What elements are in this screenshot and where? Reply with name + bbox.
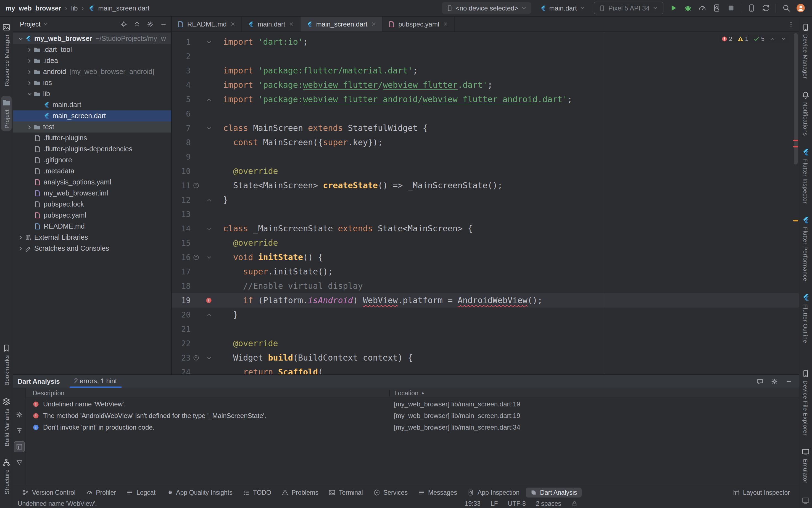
error-gutter-icon[interactable]	[205, 297, 212, 304]
tree-item-my-web-browser-iml[interactable]: my_web_browser.iml	[13, 188, 171, 199]
window-corner-button[interactable]	[802, 496, 810, 505]
file-encoding[interactable]: UTF-8	[508, 500, 526, 507]
tool-button-flutter-inspector[interactable]: Flutter Inspector	[800, 146, 811, 206]
breadcrumb-item-lib[interactable]: lib	[71, 4, 78, 12]
fold-region-icon[interactable]	[206, 39, 212, 45]
overrides-method-icon[interactable]	[193, 182, 199, 189]
tab-options-button[interactable]	[783, 16, 799, 32]
editor-line[interactable]: 15 @override	[172, 236, 799, 250]
tree-item-my-web-browser[interactable]: my_web_browser~/StudioProjects/my_w	[13, 33, 171, 44]
editor-line[interactable]: 5import 'package:webview_flutter_android…	[172, 92, 799, 107]
next-problem-icon[interactable]	[780, 36, 786, 42]
chevron-down-icon[interactable]	[27, 91, 33, 97]
run-button[interactable]	[667, 2, 680, 14]
chevron-right-icon[interactable]	[27, 124, 33, 130]
device-selector[interactable]: <no device selected>	[442, 2, 532, 14]
fold-region-icon[interactable]	[206, 96, 212, 102]
tree-item-test[interactable]: test	[13, 122, 171, 132]
stop-button[interactable]	[725, 2, 737, 14]
comment-icon[interactable]	[757, 378, 763, 385]
editor-line[interactable]: 16 void initState() {	[172, 250, 799, 264]
tool-button-flutter-performance[interactable]: Flutter Performance	[800, 213, 811, 283]
editor-line[interactable]: 2	[172, 49, 799, 64]
editor-line[interactable]: 20 }	[172, 307, 799, 322]
error-stripe-mark[interactable]	[793, 146, 798, 147]
chevron-right-icon[interactable]	[18, 246, 24, 252]
breadcrumb-item-main-screen-dart[interactable]: main_screen.dart	[98, 4, 149, 12]
tree-item-external-libraries[interactable]: External Libraries	[13, 232, 171, 243]
passed-count[interactable]: 5	[754, 35, 765, 42]
editor-line[interactable]: 12}	[172, 193, 799, 207]
tool-button-notifications[interactable]: Notifications	[800, 89, 811, 138]
tree-item-ios[interactable]: ios	[13, 77, 171, 88]
tree-item--flutter-plugins-dependencies[interactable]: .flutter-plugins-dependencies	[13, 143, 171, 155]
tree-item-main-screen-dart[interactable]: main_screen.dart	[13, 111, 171, 122]
code-editor[interactable]: 1import 'dart:io';23import 'package:flut…	[172, 32, 799, 374]
editor-line[interactable]: 17 super.initState();	[172, 264, 799, 279]
analysis-tab[interactable]: 2 errors, 1 hint	[70, 375, 122, 388]
close-tab-icon[interactable]	[371, 21, 377, 27]
tool-window-button-logcat[interactable]: Logcat	[122, 487, 160, 497]
close-tab-icon[interactable]	[442, 21, 449, 27]
location-column-header[interactable]: Location ▲	[390, 389, 799, 396]
tool-window-button-services[interactable]: Services	[369, 487, 412, 497]
lock-icon[interactable]	[571, 500, 578, 507]
error-stripe-mark[interactable]	[793, 140, 798, 141]
debug-button[interactable]	[682, 2, 694, 14]
tool-button-resource-manager[interactable]: Resource Manager	[1, 21, 12, 88]
tool-window-button-layout-inspector[interactable]: Layout Inspector	[729, 487, 794, 497]
tree-item-lib[interactable]: lib	[13, 88, 171, 99]
device-mirroring-button[interactable]	[745, 2, 757, 14]
tool-window-button-profiler[interactable]: Profiler	[81, 487, 120, 497]
tool-button-emulator[interactable]: Emulator	[800, 445, 811, 485]
profile-button[interactable]	[794, 2, 807, 14]
tool-window-button-terminal[interactable]: Terminal	[325, 487, 367, 497]
fold-region-icon[interactable]	[206, 355, 212, 361]
tree-item-pubspec-yaml[interactable]: pubspec.yaml	[13, 210, 171, 221]
warning-count[interactable]: 1	[737, 35, 748, 42]
tool-window-button-messages[interactable]: Messages	[414, 487, 461, 497]
hide-panel-button[interactable]	[160, 21, 167, 27]
editor-line[interactable]: 1import 'dart:io';	[172, 35, 799, 49]
indent-setting[interactable]: 2 spaces	[536, 500, 561, 507]
tool-button-bookmarks[interactable]: Bookmarks	[1, 342, 12, 388]
close-tab-icon[interactable]	[289, 21, 295, 27]
tool-button-structure[interactable]: Structure	[1, 456, 12, 497]
warning-stripe-mark[interactable]	[793, 220, 798, 221]
analysis-view-button[interactable]	[14, 442, 24, 452]
tab-pubspec-yaml[interactable]: pubspec.yaml	[383, 16, 455, 32]
tool-window-button-todo[interactable]: TODO	[239, 487, 276, 497]
run-config-selector[interactable]: main.dart	[535, 2, 590, 14]
editor-line[interactable]: 18 //Enable virtual display	[172, 279, 799, 293]
tree-item--metadata[interactable]: .metadata	[13, 166, 171, 177]
editor-line[interactable]: 8 const MainScreen({super.key});	[172, 135, 799, 150]
editor-line[interactable]: 19 if (Platform.isAndroid) WebView.platf…	[172, 293, 799, 307]
editor-line[interactable]: 11 State<MainScreen> createState() => _M…	[172, 178, 799, 193]
fold-region-icon[interactable]	[206, 312, 212, 318]
editor-line[interactable]: 13	[172, 207, 799, 221]
tree-item--dart-tool[interactable]: .dart_tool	[13, 44, 171, 55]
search-everywhere-button[interactable]	[780, 2, 792, 14]
tree-item-scratches-and-consoles[interactable]: Scratches and Consoles	[13, 243, 171, 254]
profiler-button[interactable]	[696, 2, 708, 14]
editor-line[interactable]: 6	[172, 107, 799, 121]
locate-button[interactable]	[120, 21, 127, 27]
breadcrumb-item-my-web-browser[interactable]: my_web_browser	[5, 4, 61, 12]
status-message[interactable]: Undefined name 'WebView'.	[18, 500, 97, 507]
tool-window-button-dart-analysis[interactable]: Dart Analysis	[526, 487, 581, 497]
close-tab-icon[interactable]	[230, 21, 236, 27]
fold-region-icon[interactable]	[206, 125, 212, 131]
editor-line[interactable]: 23 Widget build(BuildContext context) {	[172, 351, 799, 365]
editor-line[interactable]: 10 @override	[172, 164, 799, 178]
editor-line[interactable]: 9	[172, 150, 799, 164]
editor-scrollbar[interactable]	[794, 33, 798, 165]
editor-line[interactable]: 4import 'package:webview_flutter/webview…	[172, 78, 799, 92]
minimize-icon[interactable]	[785, 378, 792, 385]
restart-analysis-button[interactable]	[14, 394, 24, 404]
analysis-row[interactable]: The method 'AndroidWebView' isn't define…	[26, 410, 799, 421]
tab-readme-md[interactable]: README.md	[172, 16, 242, 32]
description-column-header[interactable]: Description	[26, 389, 390, 396]
tool-button-flutter-outline[interactable]: Flutter Outline	[800, 291, 811, 345]
chevron-right-icon[interactable]	[27, 47, 33, 53]
gear-icon[interactable]	[771, 378, 778, 385]
